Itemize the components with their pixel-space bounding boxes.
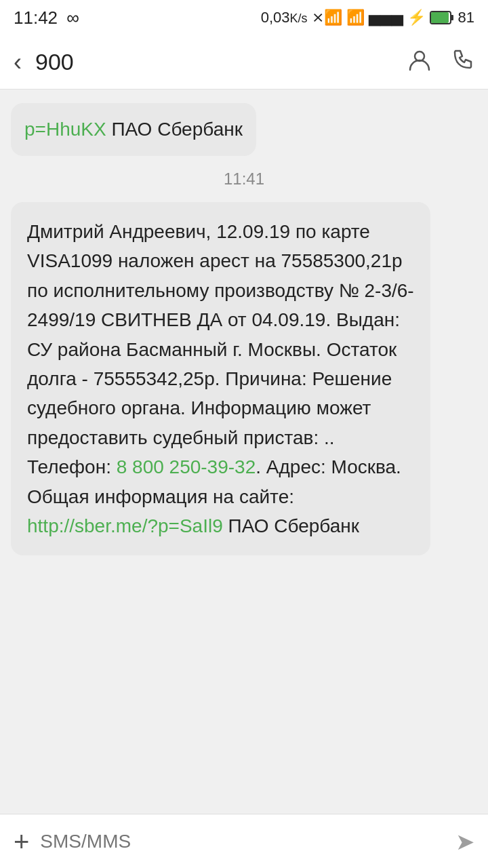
phone-link[interactable]: 8 800 250-39-32: [117, 456, 256, 477]
app-bar-actions: [408, 48, 474, 77]
app-bar: ‹ 900: [0, 35, 488, 90]
data-speed: 0,03K/s: [261, 9, 308, 26]
battery-icon: [430, 11, 454, 24]
messages-area: p=HhuKX ПАО Сбербанк 11:41 Дмитрий Андре…: [0, 90, 488, 814]
svg-rect-1: [451, 15, 453, 20]
message-text-part3: ПАО Сбербанк: [223, 515, 359, 536]
website-link[interactable]: http://sber.me/?p=SaIl9: [27, 515, 223, 536]
status-bar: 11:42 ∞ 0,03K/s ⨯📶 📶 ▅▅▅ ⚡ 81: [0, 0, 488, 35]
message-input[interactable]: [40, 831, 445, 852]
signal-bars-icon: ▅▅▅: [369, 9, 403, 26]
partial-link[interactable]: p=HhuKX: [24, 119, 106, 140]
call-button[interactable]: [451, 48, 474, 77]
wifi-icon: 📶: [346, 9, 365, 26]
message-text-part1: Дмитрий Андреевич, 12.09.19 по карте VIS…: [27, 221, 414, 477]
time-display: 11:42: [14, 7, 58, 28]
profile-button[interactable]: [408, 48, 431, 77]
battery-percent: 81: [458, 9, 474, 26]
infinity-icon: ∞: [66, 7, 79, 28]
add-attachment-button[interactable]: +: [14, 828, 29, 855]
charging-icon: ⚡: [407, 9, 426, 26]
contact-name: 900: [35, 49, 394, 75]
bluetooth-icon: ⨯📶: [312, 9, 342, 26]
message-timestamp: 11:41: [11, 170, 477, 189]
input-bar: + ➤: [0, 814, 488, 868]
send-button[interactable]: ➤: [455, 828, 474, 855]
main-message-bubble: Дмитрий Андреевич, 12.09.19 по карте VIS…: [11, 202, 430, 555]
status-time: 11:42 ∞: [14, 7, 79, 28]
back-button[interactable]: ‹: [14, 50, 22, 75]
status-icons: 0,03K/s ⨯📶 📶 ▅▅▅ ⚡ 81: [261, 9, 474, 26]
message-bubble-partial: p=HhuKX ПАО Сбербанк: [11, 103, 256, 156]
svg-rect-2: [431, 12, 449, 23]
